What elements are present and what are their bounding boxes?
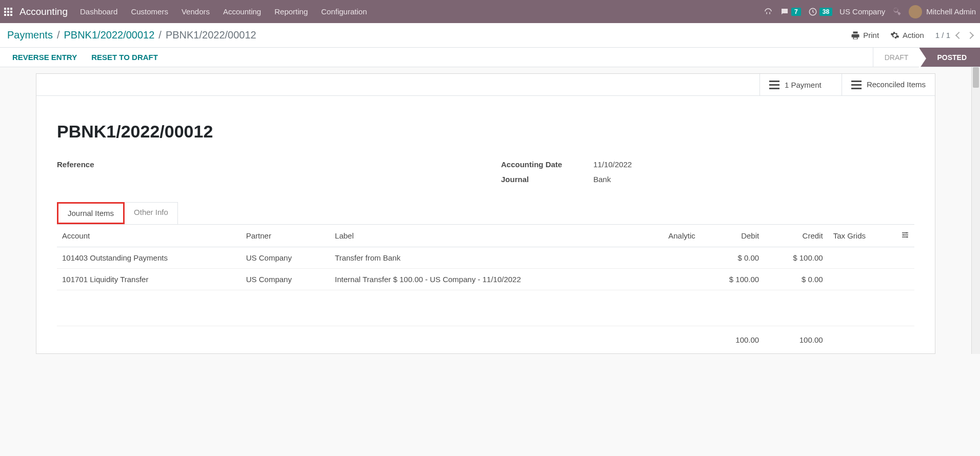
cell-tax-grids	[828, 247, 896, 269]
col-label[interactable]: Label	[330, 225, 642, 247]
scrollbar[interactable]	[971, 67, 980, 354]
reset-to-draft-button[interactable]: RESET TO DRAFT	[91, 53, 158, 62]
col-analytic[interactable]: Analytic	[642, 225, 701, 247]
action-label: Action	[903, 31, 924, 39]
status-posted[interactable]: POSTED	[919, 48, 980, 67]
cell-analytic	[642, 269, 701, 290]
gear-icon	[890, 31, 899, 40]
col-account[interactable]: Account	[57, 225, 241, 247]
cell-label: Transfer from Bank	[330, 247, 642, 269]
scrollbar-thumb[interactable]	[973, 67, 979, 88]
cell-label: Internal Transfer $ 100.00 - US Company …	[330, 269, 642, 290]
cell-credit: $ 0.00	[764, 269, 828, 290]
svg-point-3	[907, 236, 908, 238]
pager: 1 / 1	[935, 31, 973, 39]
col-tax-grids[interactable]: Tax Grids	[828, 225, 896, 247]
print-label: Print	[863, 31, 879, 39]
button-box: 1 Payment Reconciled Items	[36, 74, 935, 96]
pager-next-icon[interactable]	[967, 31, 974, 38]
status-bar: DRAFT POSTED	[873, 48, 980, 67]
cell-partner: US Company	[241, 247, 330, 269]
col-partner[interactable]: Partner	[241, 225, 330, 247]
user-menu[interactable]: Mitchell Admin	[909, 5, 976, 18]
reverse-entry-button[interactable]: REVERSE ENTRY	[12, 53, 77, 62]
breadcrumb-root[interactable]: Payments	[7, 29, 53, 41]
action-buttons: REVERSE ENTRY RESET TO DRAFT	[0, 48, 170, 67]
messages-badge: 7	[791, 8, 801, 16]
breadcrumb-mid[interactable]: PBNK1/2022/00012	[64, 29, 155, 41]
cell-debit: $ 100.00	[701, 269, 764, 290]
col-debit[interactable]: Debit	[701, 225, 764, 247]
nav-vendors[interactable]: Vendors	[182, 7, 210, 16]
journal-label: Journal	[501, 175, 593, 184]
content-wrap: 1 Payment Reconciled Items PBNK1/2022/00…	[0, 67, 980, 354]
page-title: PBNK1/2022/00012	[57, 122, 914, 142]
pager-prev-icon[interactable]	[955, 31, 963, 38]
nav-configuration[interactable]: Configuration	[321, 7, 367, 16]
tab-other-info[interactable]: Other Info	[125, 202, 178, 224]
breadcrumb-leaf: PBNK1/2022/00012	[166, 29, 256, 41]
list-icon	[851, 81, 862, 89]
form-body: PBNK1/2022/00012 Reference Accounting Da…	[36, 96, 935, 353]
accounting-date-field: Accounting Date 11/10/2022	[501, 160, 914, 169]
table-row[interactable]: 101701 Liquidity Transfer US Company Int…	[57, 269, 914, 290]
nav-reporting[interactable]: Reporting	[274, 7, 308, 16]
fields-row: Reference Accounting Date 11/10/2022 Jou…	[57, 160, 914, 190]
print-button[interactable]: Print	[851, 31, 879, 40]
form-sheet: 1 Payment Reconciled Items PBNK1/2022/00…	[36, 73, 935, 354]
accounting-date-label: Accounting Date	[501, 160, 593, 169]
cell-analytic	[642, 247, 701, 269]
options-icon	[901, 231, 909, 239]
total-credit: 100.00	[764, 326, 828, 354]
breadcrumb: Payments / PBNK1/2022/00012 / PBNK1/2022…	[7, 29, 256, 41]
svg-point-2	[903, 234, 905, 236]
nav-right: 7 38 US Company Mitchell Admin	[764, 5, 976, 18]
action-bar: REVERSE ENTRY RESET TO DRAFT DRAFT POSTE…	[0, 48, 980, 67]
cell-debit: $ 0.00	[701, 247, 764, 269]
reconciled-stat-label: Reconciled Items	[867, 80, 926, 89]
col-credit[interactable]: Credit	[764, 225, 828, 247]
reconciled-stat-button[interactable]: Reconciled Items	[842, 74, 935, 95]
company-selector[interactable]: US Company	[839, 7, 885, 16]
activities-icon[interactable]: 38	[808, 7, 832, 16]
col-options[interactable]	[896, 225, 914, 247]
pager-text: 1 / 1	[935, 31, 950, 39]
app-brand[interactable]: Accounting	[19, 6, 68, 17]
nav-dashboard[interactable]: Dashboard	[80, 7, 117, 16]
voip-icon[interactable]	[764, 7, 773, 16]
top-navbar: Accounting Dashboard Customers Vendors A…	[0, 0, 980, 23]
nav-accounting[interactable]: Accounting	[223, 7, 261, 16]
journal-value[interactable]: Bank	[593, 175, 611, 184]
table-row[interactable]: 101403 Outstanding Payments US Company T…	[57, 247, 914, 269]
tabs: Journal Items Other Info	[57, 202, 914, 224]
debug-icon[interactable]	[892, 6, 902, 17]
nav-customers[interactable]: Customers	[131, 7, 168, 16]
cell-account: 101403 Outstanding Payments	[57, 247, 241, 269]
svg-point-1	[906, 232, 907, 234]
action-button[interactable]: Action	[890, 31, 924, 40]
journal-table-wrap: Account Partner Label Analytic Debit Cre…	[36, 224, 935, 353]
tab-journal-items[interactable]: Journal Items	[57, 202, 125, 224]
cell-partner: US Company	[241, 269, 330, 290]
cell-account: 101701 Liquidity Transfer	[57, 269, 241, 290]
list-icon	[769, 81, 779, 89]
accounting-date-value[interactable]: 11/10/2022	[593, 160, 632, 169]
journal-field: Journal Bank	[501, 175, 914, 184]
total-debit: 100.00	[701, 326, 764, 354]
apps-icon[interactable]	[4, 8, 12, 16]
table-footer-row: 100.00 100.00	[57, 326, 914, 354]
journal-items-table: Account Partner Label Analytic Debit Cre…	[57, 224, 914, 353]
messages-icon[interactable]: 7	[780, 7, 801, 16]
reference-label: Reference	[57, 160, 149, 169]
nav-menu: Dashboard Customers Vendors Accounting R…	[80, 7, 764, 16]
payment-stat-button[interactable]: 1 Payment	[759, 74, 842, 95]
content-main: 1 Payment Reconciled Items PBNK1/2022/00…	[0, 67, 971, 354]
status-draft[interactable]: DRAFT	[873, 48, 920, 67]
cell-credit: $ 100.00	[764, 247, 828, 269]
breadcrumb-row: Payments / PBNK1/2022/00012 / PBNK1/2022…	[0, 23, 980, 48]
table-header-row: Account Partner Label Analytic Debit Cre…	[57, 225, 914, 247]
activities-badge: 38	[819, 8, 832, 16]
payment-stat-label: 1 Payment	[785, 81, 822, 89]
cell-tax-grids	[828, 269, 896, 290]
breadcrumb-sep: /	[57, 29, 60, 41]
